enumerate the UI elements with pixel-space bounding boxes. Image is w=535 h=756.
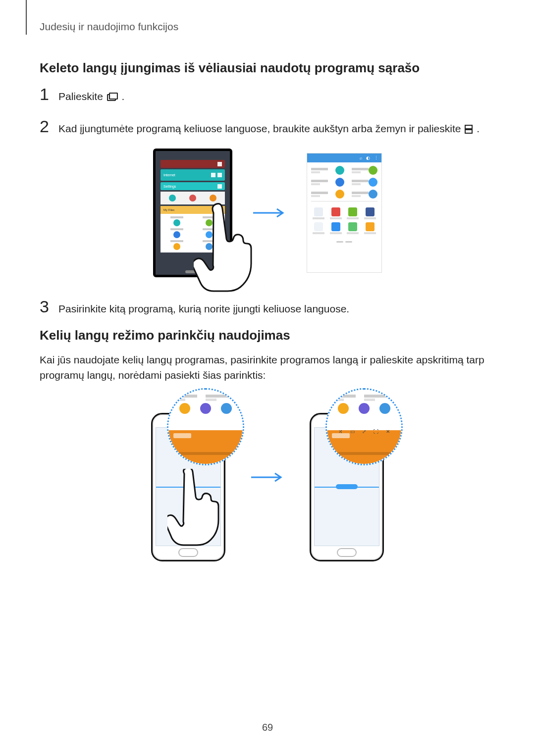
minimize-icon: ⤢ <box>361 428 368 435</box>
step-text: Palieskite . <box>58 89 124 106</box>
step-2: 2 Kad įjungtumėte programą keliuose lang… <box>40 117 495 138</box>
step-text-part: . <box>122 91 125 102</box>
page-number: 69 <box>0 722 535 733</box>
picker-app-grid <box>307 204 381 237</box>
section-title-1: Keleto langų įjungimas iš vėliausiai nau… <box>40 60 495 76</box>
search-icon: ⌕ <box>360 155 362 160</box>
body-paragraph: Kai jūs naudojate kelių langų programas,… <box>40 352 495 383</box>
app-card-selected: My Files☰ ✕ <box>160 206 225 214</box>
zoom-circle: ⤮ ▭ ⤢ ⛶ ✕ <box>325 388 403 465</box>
figure-recent-apps: Internet Settings My Files☰ ✕ <box>40 149 495 277</box>
step-text: Pasirinkite kitą programą, kurią norite … <box>58 301 349 317</box>
split-handle-expanded <box>336 484 358 489</box>
swap-windows-icon: ⤮ <box>337 428 344 435</box>
arrow-right-icon <box>252 208 287 218</box>
svg-rect-1 <box>109 93 117 99</box>
step-number: 1 <box>40 85 54 104</box>
figure-phone-right: ⤮ ▭ ⤢ ⛶ ✕ <box>305 393 389 561</box>
pager <box>307 237 381 247</box>
app-icon <box>169 195 176 202</box>
app-icon <box>314 207 323 216</box>
app-card <box>160 160 225 168</box>
zoom-top-pane <box>168 390 243 431</box>
step-3: 3 Pasirinkite kitą programą, kurią norit… <box>40 297 495 317</box>
app-icon <box>331 207 340 216</box>
app-icon <box>366 222 374 231</box>
app-icon <box>314 222 323 231</box>
app-icon <box>366 207 374 216</box>
split-view-icon <box>465 122 473 138</box>
figure-app-picker: ⌕ ◐ ⋮ <box>307 153 382 273</box>
step-text-part: Palieskite <box>58 91 106 102</box>
app-icon <box>189 195 196 202</box>
figure-phone-left: Internet Settings My Files☰ ✕ <box>153 149 232 277</box>
cat-icon <box>335 166 344 175</box>
step-text: Kad įjungtumėte programą keliuose languo… <box>58 121 480 138</box>
breadcrumb: Judesių ir naudojimo funkcijos <box>40 21 178 33</box>
step-number: 2 <box>40 117 54 136</box>
figure-phone-left <box>146 393 230 561</box>
home-button-icon <box>185 270 200 273</box>
app-icon <box>348 222 357 231</box>
section-title-2: Kelių langų režimo parinkčių naudojimas <box>40 328 495 343</box>
page-margin-line <box>26 0 27 35</box>
step-1: 1 Palieskite . <box>40 85 495 106</box>
app-icon <box>331 222 340 231</box>
page-content: Keleto langų įjungimas iš vėliausiai nau… <box>40 50 495 581</box>
split-highlight-icon: ☰ ✕ <box>216 208 222 212</box>
cat-icon <box>335 190 344 199</box>
app-label: Internet <box>163 173 175 177</box>
step-text-part: Kad įjungtumėte programą keliuose languo… <box>58 123 464 134</box>
cat-icon <box>369 166 377 175</box>
app-label: My Files <box>163 208 174 211</box>
arrow-right-icon <box>250 472 285 482</box>
app-icon <box>210 195 216 202</box>
zoom-top-pane <box>327 390 401 431</box>
app-label: Settings <box>163 185 176 188</box>
close-icon: ✕ <box>384 428 391 435</box>
cat-icon <box>335 178 344 187</box>
drag-content-icon: ▭ <box>349 428 356 435</box>
cat-icon <box>369 190 377 199</box>
zoom-circle <box>167 388 244 465</box>
svg-rect-2 <box>465 125 472 129</box>
picker-topbar: ⌕ ◐ ⋮ <box>307 153 381 162</box>
app-icon <box>348 207 357 216</box>
figure-multiwindow-options: ⤮ ▭ ⤢ ⛶ ✕ <box>40 393 495 561</box>
cat-icon <box>369 178 377 187</box>
home-button-icon <box>337 548 357 557</box>
app-card: Settings <box>160 182 225 190</box>
step-number: 3 <box>40 297 54 316</box>
more-icon: ⋮ <box>374 155 378 160</box>
globe-icon: ◐ <box>366 155 370 160</box>
phone-frame: Internet Settings My Files☰ ✕ <box>153 149 232 277</box>
hand-tap-icon <box>167 469 222 553</box>
files-preview <box>160 214 225 252</box>
svg-rect-3 <box>465 130 472 133</box>
recent-apps-icon <box>107 90 118 106</box>
multiwindow-options-icons: ⤮ ▭ ⤢ ⛶ ✕ <box>337 428 391 435</box>
app-card: Internet <box>160 169 225 181</box>
picker-categories <box>307 162 381 204</box>
icon-row <box>160 192 225 204</box>
maximize-icon: ⛶ <box>373 428 379 435</box>
step-text-part: . <box>477 123 480 134</box>
